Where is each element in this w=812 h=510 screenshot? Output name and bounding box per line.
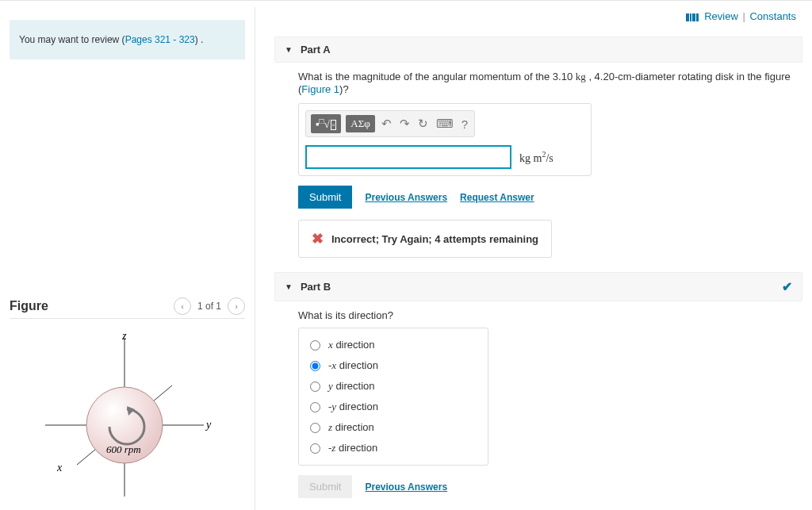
help-button[interactable]: ? <box>460 117 469 131</box>
hint-prefix: You may want to review ( <box>19 34 125 45</box>
mc-radio[interactable] <box>310 443 320 454</box>
figure-svg: z y x 600 rpm <box>33 330 216 504</box>
equation-toolbar: ▪□√▫ ΑΣφ ↶ ↷ ↻ ⌨ ? <box>305 110 475 137</box>
part-b-header[interactable]: ▼ Part B ✔ <box>274 272 802 301</box>
hint-link[interactable]: Pages 321 - 323 <box>125 34 195 45</box>
check-icon: ✔ <box>782 279 792 294</box>
constants-link[interactable]: Constants <box>749 10 796 22</box>
mc-label: z direction <box>328 421 374 434</box>
axis-y-label: y <box>205 419 212 431</box>
collapse-icon: ▼ <box>285 45 293 54</box>
mc-option[interactable]: x direction <box>310 335 477 355</box>
mc-option[interactable]: -x direction <box>310 355 477 376</box>
axis-x-label: x <box>56 462 63 474</box>
axis-z-label: z <box>121 330 127 342</box>
mc-radio[interactable] <box>310 340 320 351</box>
mc-option[interactable]: y direction <box>310 376 477 397</box>
template-button[interactable]: ▪□√▫ <box>311 114 341 133</box>
figure-heading: Figure <box>10 299 48 313</box>
link-separator: | <box>742 10 745 22</box>
answer-input[interactable] <box>305 145 511 169</box>
mc-label: -z direction <box>328 442 377 454</box>
mc-label: -y direction <box>328 401 378 413</box>
part-b-question: What is its direction? <box>298 309 802 321</box>
answer-unit: kg m2/s <box>519 150 553 165</box>
barcode-icon <box>686 13 699 21</box>
figure-1-link[interactable]: Figure 1 <box>301 83 339 95</box>
part-a-question: What is the magnitude of the angular mom… <box>298 71 802 95</box>
mc-option[interactable]: -z direction <box>310 438 477 458</box>
previous-answers-link-a[interactable]: Previous Answers <box>365 192 447 203</box>
figure-counter: 1 of 1 <box>197 301 221 312</box>
mc-options: x direction-x directiony direction-y dir… <box>298 328 488 466</box>
incorrect-icon: ✖ <box>312 230 324 247</box>
mc-radio[interactable] <box>310 423 320 433</box>
collapse-icon: ▼ <box>285 282 293 291</box>
figure-rpm-label: 600 rpm <box>106 443 141 455</box>
answer-box: ▪□√▫ ΑΣφ ↶ ↷ ↻ ⌨ ? kg m2/s <box>298 103 592 176</box>
figure-next-button[interactable]: › <box>228 297 245 315</box>
part-a-header[interactable]: ▼ Part A <box>274 36 802 63</box>
mc-option[interactable]: z direction <box>310 417 477 438</box>
undo-button[interactable]: ↶ <box>380 117 393 131</box>
mc-label: y direction <box>328 380 375 393</box>
hint-suffix: ) . <box>195 34 204 45</box>
mc-label: x direction <box>328 339 375 351</box>
review-link[interactable]: Review <box>704 10 738 22</box>
greek-button[interactable]: ΑΣφ <box>346 115 374 132</box>
mc-radio[interactable] <box>310 382 320 392</box>
figure-prev-button[interactable]: ‹ <box>174 297 191 315</box>
submit-button-b: Submit <box>298 475 352 498</box>
mc-radio[interactable] <box>310 402 320 412</box>
review-hint: You may want to review (Pages 321 - 323)… <box>10 20 245 59</box>
previous-answers-link-b[interactable]: Previous Answers <box>365 481 447 493</box>
mc-option[interactable]: -y direction <box>310 397 477 417</box>
mc-radio[interactable] <box>310 361 320 371</box>
request-answer-link[interactable]: Request Answer <box>460 192 534 203</box>
mc-label: -x direction <box>328 359 378 372</box>
keyboard-button[interactable]: ⌨ <box>435 117 455 131</box>
redo-button[interactable]: ↷ <box>398 117 412 131</box>
part-b-title: Part B <box>301 281 331 293</box>
feedback-text: Incorrect; Try Again; 4 attempts remaini… <box>331 233 538 245</box>
reset-button[interactable]: ↻ <box>416 117 430 131</box>
feedback-box: ✖ Incorrect; Try Again; 4 attempts remai… <box>298 220 552 258</box>
part-a-title: Part A <box>301 44 331 56</box>
submit-button-a[interactable]: Submit <box>298 186 352 209</box>
figure-body: z y x 600 rpm <box>10 319 245 510</box>
